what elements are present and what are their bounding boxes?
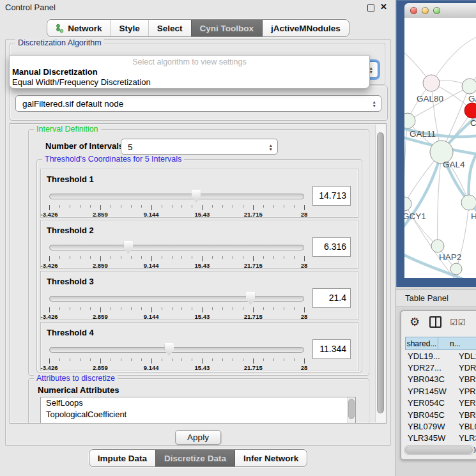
table-cell: YLR345W: [405, 433, 454, 443]
arrow-down-icon: ▼: [269, 147, 273, 150]
vertical-scrollbar[interactable]: [375, 125, 385, 422]
network-window-titlebar[interactable]: [404, 3, 476, 19]
network-node-hap2[interactable]: [431, 240, 444, 252]
dropdown-options: Manual DiscretizationEqual Width/Frequen…: [12, 67, 367, 87]
table-row[interactable]: YBR045CYBR0: [405, 409, 476, 420]
network-canvas[interactable]: GAL80GACGAL11GAL4GCY1HHAP2: [404, 18, 476, 278]
checkbox-icon[interactable]: ☑: [458, 318, 466, 327]
table-row[interactable]: YBR043CYBR0: [405, 374, 476, 385]
gear-icon[interactable]: ⚙: [410, 316, 420, 328]
scrollbar-thumb[interactable]: [348, 399, 355, 419]
threshold-value-field[interactable]: 14.713: [312, 186, 351, 206]
table-row[interactable]: YPR145WYPR1: [405, 385, 476, 397]
threshold-label: Threshold 1: [47, 174, 94, 184]
tab-style[interactable]: Style: [110, 20, 148, 36]
tab-label: Select: [157, 24, 183, 33]
numerical-attributes-heading: Numerical Attributes: [38, 385, 119, 395]
scrollbar-thumb[interactable]: [405, 447, 473, 454]
float-panel-icon[interactable]: [367, 4, 374, 12]
scale-tick-label: 21.715: [244, 211, 263, 218]
slider-thumb[interactable]: [246, 292, 256, 305]
tab-cyni-toolbox[interactable]: Cyni Toolbox: [191, 20, 263, 36]
network-edge[interactable]: [404, 204, 438, 246]
threshold-value-field[interactable]: 11.344: [312, 339, 351, 359]
network-node-ga[interactable]: [462, 79, 476, 94]
attribute-list[interactable]: SelfLoopsTopologicalCoefficientBetweenne…: [40, 397, 356, 424]
discretization-algorithm-title: Discretization Algorithm: [15, 38, 104, 48]
list-scrollbar[interactable]: [347, 397, 355, 424]
table-row[interactable]: YDR27...YDR2: [405, 362, 476, 373]
combo-stepper-icon[interactable]: ▲▼: [269, 143, 273, 150]
network-node-gal11[interactable]: [404, 113, 415, 128]
num-intervals-combobox[interactable]: 5 ▲▼: [121, 139, 278, 155]
tab-discretize-data[interactable]: Discretize Data: [155, 450, 234, 466]
attribute-item[interactable]: TopologicalCoefficient: [41, 409, 355, 420]
dropdown-option[interactable]: Equal Width/Frequency Discretization: [12, 77, 367, 88]
table-data-combobox[interactable]: galFiltered.sif default node ▲▼: [15, 95, 381, 112]
table-cell: YBR0: [454, 374, 476, 384]
slider-track[interactable]: [49, 296, 304, 302]
table-row[interactable]: YDL19...YDL1: [405, 350, 476, 362]
threshold-value-field[interactable]: 6.316: [312, 237, 351, 257]
slider-thumb[interactable]: [192, 190, 201, 203]
slider-track[interactable]: [49, 245, 304, 250]
top-tab-bar: NetworkStyleSelectCyni ToolboxjActiveMNo…: [0, 19, 396, 37]
tab-infer-network[interactable]: Infer Network: [234, 450, 307, 466]
scrollbar-thumb[interactable]: [377, 132, 384, 413]
tab-select[interactable]: Select: [148, 20, 191, 36]
slider-ticks: [49, 307, 304, 313]
table-row[interactable]: YER054CYER0: [405, 397, 476, 409]
slider[interactable]: -3.4262.8599.14415.4321.71528: [49, 292, 304, 319]
network-node-h[interactable]: [461, 195, 476, 210]
network-view-window[interactable]: GAL80GACGAL11GAL4GCY1HHAP2: [396, 0, 476, 287]
dropdown-option[interactable]: Manual Discretization: [12, 67, 367, 77]
network-edge[interactable]: [408, 86, 470, 121]
slider[interactable]: -3.4262.8599.14415.4321.71528: [49, 241, 304, 268]
table-data-value: galFiltered.sif default node: [22, 99, 123, 109]
threshold-stack: Threshold 1-3.4262.8599.14415.4321.71528…: [40, 169, 358, 373]
num-intervals-value: 5: [128, 142, 133, 151]
network-graph: GAL80GACGAL11GAL4GCY1HHAP2: [404, 18, 476, 278]
close-window-icon[interactable]: [410, 7, 417, 14]
attributes-group: Attributes to discretize Numerical Attri…: [28, 378, 369, 424]
tab-jactivemnodules[interactable]: jActiveMNodules: [262, 20, 349, 36]
checkbox-icon[interactable]: ☑: [450, 318, 457, 327]
scale-tick-label: 15.43: [195, 262, 210, 269]
tab-impute-data[interactable]: Impute Data: [89, 450, 155, 466]
slider-track[interactable]: [49, 194, 304, 199]
attribute-item[interactable]: BetweennessCentrality: [41, 420, 355, 424]
tab-network[interactable]: Network: [47, 20, 110, 36]
slider-thumb[interactable]: [123, 241, 133, 254]
network-node[interactable]: [450, 263, 462, 275]
slider[interactable]: -3.4262.8599.14415.4321.71528: [49, 190, 304, 217]
table-row[interactable]: YLR345WYLR3: [405, 433, 476, 444]
network-node-gcy1[interactable]: [404, 197, 411, 211]
column-header[interactable]: shared...: [405, 337, 438, 350]
scale-tick-label: -3.426: [41, 211, 58, 218]
apply-button[interactable]: Apply: [175, 430, 221, 445]
slider-track[interactable]: [49, 347, 304, 353]
column-header[interactable]: n...: [438, 337, 476, 350]
network-icon: [56, 24, 64, 33]
table-row[interactable]: YBL079WYBL0: [405, 420, 476, 432]
combo-stepper-icon[interactable]: ▲▼: [372, 100, 376, 107]
threshold-value-field[interactable]: 21.4: [312, 288, 351, 308]
network-node-label: H: [471, 211, 476, 221]
slider[interactable]: -3.4262.8599.14415.4321.71528: [49, 343, 304, 370]
network-edge[interactable]: [469, 149, 476, 203]
interval-definition-group: Interval Definition Number of Intervals …: [28, 129, 369, 376]
close-panel-icon[interactable]: ✕: [380, 2, 387, 12]
scale-tick-label: 28: [301, 262, 308, 269]
zoom-window-icon[interactable]: [433, 7, 440, 14]
scale-tick-label: -3.426: [41, 364, 58, 371]
columns-icon[interactable]: [429, 316, 441, 328]
slider-ticks: [49, 358, 304, 364]
network-edge[interactable]: [404, 121, 408, 204]
attribute-item[interactable]: SelfLoops: [41, 397, 355, 409]
network-node-gal80[interactable]: [423, 75, 440, 91]
network-edge[interactable]: [431, 36, 476, 83]
minimize-window-icon[interactable]: [422, 7, 429, 14]
table-header-row: shared...n...: [405, 337, 476, 350]
slider-thumb[interactable]: [164, 343, 174, 356]
horizontal-scrollbar[interactable]: [404, 445, 475, 455]
